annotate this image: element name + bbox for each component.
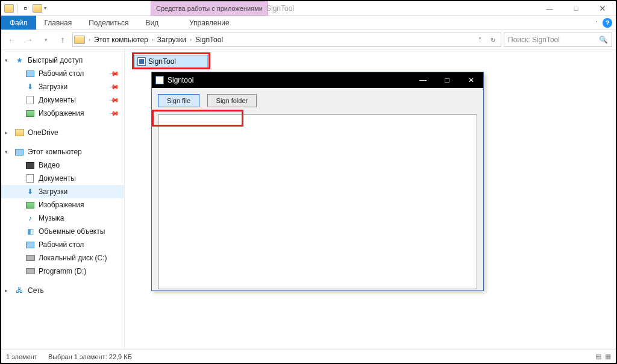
sidebar-item-label: Рабочий стол <box>39 240 84 249</box>
minimize-button[interactable]: — <box>536 1 563 16</box>
sidebar-label: Быстрый доступ <box>28 56 83 64</box>
help-icon[interactable]: ? <box>603 18 612 28</box>
large-icons-view-icon[interactable]: ▦ <box>605 353 611 360</box>
signtool-workspace <box>158 115 477 289</box>
pin-icon: 📌 <box>108 94 119 105</box>
window-controls: — □ ✕ <box>536 1 616 16</box>
pin-icon: 📌 <box>108 107 119 119</box>
sidebar-item-videos[interactable]: Видео <box>1 158 124 172</box>
ribbon-context-tab[interactable]: Средства работы с приложениями <box>151 1 268 16</box>
sidebar-item-label: Видео <box>39 161 60 169</box>
sidebar-item-label: Документы <box>39 174 76 183</box>
maximize-button[interactable]: □ <box>435 72 459 88</box>
sidebar-item-desktop[interactable]: Рабочий стол📌 <box>1 67 124 80</box>
sidebar-item-drive-c[interactable]: Локальный диск (C:) <box>1 251 124 265</box>
signtool-titlebar[interactable]: Signtool — □ ✕ <box>152 72 483 88</box>
sidebar-item-pictures[interactable]: Изображения📌 <box>1 107 124 120</box>
minimize-button[interactable]: — <box>411 72 435 88</box>
address-history-icon[interactable]: ˅ <box>473 33 486 46</box>
folder-icon <box>4 3 14 14</box>
chevron-right-icon[interactable]: › <box>87 37 92 43</box>
address-bar[interactable]: › Этот компьютер › Загрузки › SignTool ˅… <box>72 33 501 47</box>
sidebar-item-label: Объемные объекты <box>39 227 105 236</box>
file-tab[interactable]: Файл <box>1 16 36 30</box>
sidebar-item-label: Рабочий стол <box>39 69 84 78</box>
qat-customize-icon[interactable]: ▾ <box>44 5 46 11</box>
folder-icon <box>74 36 85 44</box>
tab-view[interactable]: Вид <box>137 16 167 30</box>
chevron-right-icon[interactable]: ▸ <box>5 130 8 136</box>
sign-file-button[interactable]: Sign file <box>158 94 199 107</box>
download-icon: ⬇ <box>25 187 35 196</box>
pin-icon: 📌 <box>108 67 119 79</box>
chevron-right-icon[interactable]: ▸ <box>5 287 8 293</box>
crumb-downloads[interactable]: Загрузки <box>155 36 189 44</box>
crumb-signtool[interactable]: SignTool <box>193 36 225 44</box>
close-button[interactable]: ✕ <box>459 72 483 88</box>
sidebar-item-label: Документы <box>39 96 76 104</box>
maximize-button[interactable]: □ <box>563 1 589 16</box>
sidebar-item-3d[interactable]: ◧Объемные объекты <box>1 225 124 238</box>
titlebar: ▫ ▾ Средства работы с приложениями SignT… <box>1 1 616 16</box>
cube-icon: ◧ <box>25 227 35 236</box>
explorer-body: ▾ ★ Быстрый доступ Рабочий стол📌 ⬇Загруз… <box>1 49 616 350</box>
sidebar-item-label: Локальный диск (C:) <box>39 254 107 262</box>
application-icon <box>155 76 164 84</box>
forward-button[interactable]: → <box>22 33 36 47</box>
recent-locations-icon[interactable]: ▾ <box>39 33 53 47</box>
picture-icon <box>25 108 35 118</box>
properties-icon[interactable]: ▫ <box>20 3 31 14</box>
file-list[interactable]: SignTool Signtool — □ ✕ Sign file Sign f… <box>125 50 616 350</box>
refresh-icon[interactable]: ↻ <box>486 33 500 46</box>
close-button[interactable]: ✕ <box>589 1 616 16</box>
chevron-down-icon[interactable]: ▾ <box>5 149 8 155</box>
signtool-window: Signtool — □ ✕ Sign file Sign folder <box>151 72 484 291</box>
computer-icon <box>14 147 24 157</box>
tab-share[interactable]: Поделиться <box>80 16 137 30</box>
divider <box>17 4 17 13</box>
crumb-this-pc[interactable]: Этот компьютер <box>92 36 151 44</box>
sidebar-item-pictures[interactable]: Изображения <box>1 198 124 212</box>
sidebar-item-drive-d[interactable]: Programm (D:) <box>1 265 124 278</box>
sidebar-item-music[interactable]: ♪Музыка <box>1 212 124 225</box>
status-selection: Выбран 1 элемент: 22,9 КБ <box>48 353 132 360</box>
chevron-down-icon[interactable]: ▾ <box>5 57 8 63</box>
up-button[interactable]: ↑ <box>55 33 70 47</box>
sidebar-item-desktop[interactable]: Рабочий стол <box>1 238 124 251</box>
tab-home[interactable]: Главная <box>36 16 81 30</box>
monitor-icon <box>25 69 35 78</box>
folder-open-icon[interactable] <box>32 3 43 14</box>
navigation-bar: ← → ▾ ↑ › Этот компьютер › Загрузки › Si… <box>1 30 616 49</box>
search-icon[interactable]: 🔍 <box>599 36 608 44</box>
sidebar-item-documents[interactable]: Документы📌 <box>1 93 124 107</box>
status-bar: 1 элемент Выбран 1 элемент: 22,9 КБ ▤ ▦ <box>1 350 616 363</box>
search-placeholder: Поиск: SignTool <box>508 36 560 44</box>
sidebar-item-documents[interactable]: Документы <box>1 172 124 185</box>
details-view-icon[interactable]: ▤ <box>595 353 601 360</box>
download-icon: ⬇ <box>25 82 35 92</box>
sidebar-this-pc[interactable]: ▾ Этот компьютер <box>1 145 124 158</box>
sidebar-network[interactable]: ▸ 🖧 Сеть <box>1 284 124 297</box>
sidebar-item-downloads[interactable]: ⬇Загрузки📌 <box>1 80 124 93</box>
network-icon: 🖧 <box>14 286 24 295</box>
ribbon-collapse-icon[interactable]: ˅ <box>595 20 598 26</box>
sidebar-item-label: Загрузки <box>39 187 67 196</box>
file-item-signtool[interactable]: SignTool <box>134 55 208 68</box>
tab-manage[interactable]: Управление <box>181 16 238 30</box>
chevron-right-icon[interactable]: › <box>151 37 155 43</box>
document-icon <box>25 95 35 105</box>
drive-icon <box>25 253 35 263</box>
pin-icon: 📌 <box>108 81 119 92</box>
chevron-right-icon[interactable]: › <box>189 37 193 43</box>
monitor-icon <box>25 240 35 249</box>
sidebar-quick-access[interactable]: ▾ ★ Быстрый доступ <box>1 54 124 67</box>
sidebar-item-downloads[interactable]: ⬇Загрузки <box>1 185 124 198</box>
sidebar-onedrive[interactable]: ▸ OneDrive <box>1 126 124 139</box>
sidebar-item-label: Загрузки <box>39 83 67 91</box>
document-icon <box>25 174 35 183</box>
back-button[interactable]: ← <box>5 33 19 47</box>
ribbon-tabs: Файл Главная Поделиться Вид Управление ˅… <box>1 16 616 30</box>
file-name: SignTool <box>148 57 176 66</box>
search-input[interactable]: Поиск: SignTool 🔍 <box>504 33 612 47</box>
sign-folder-button[interactable]: Sign folder <box>207 94 257 107</box>
